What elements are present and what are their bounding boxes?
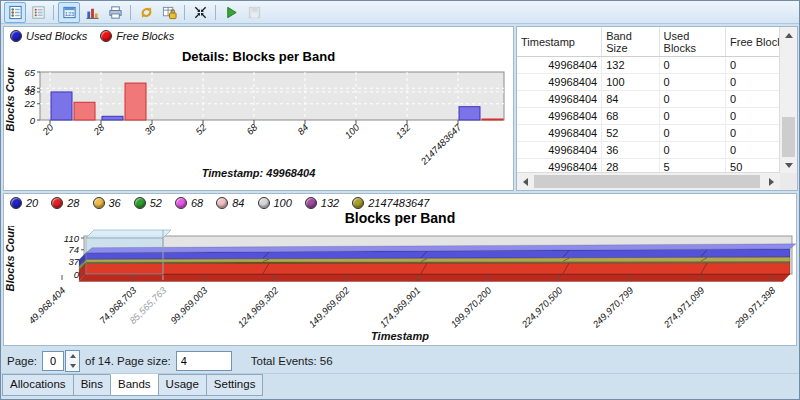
table-row[interactable]: 499684048400 <box>517 91 780 108</box>
run-icon[interactable] <box>220 2 242 23</box>
page-size-input[interactable] <box>176 351 232 371</box>
cell-value[interactable]: 84 <box>602 91 659 108</box>
table-row[interactable]: 4996840410000 <box>517 74 780 91</box>
cell-value[interactable]: 0 <box>726 108 780 125</box>
svg-text:84: 84 <box>295 122 310 137</box>
cell-timestamp[interactable]: 49968404 <box>517 91 602 108</box>
page-spinner[interactable] <box>65 350 80 372</box>
cell-timestamp[interactable]: 49968404 <box>517 159 602 174</box>
cell-value[interactable]: 0 <box>659 142 726 159</box>
cell-timestamp[interactable]: 49968404 <box>517 142 602 159</box>
scroll-up-icon[interactable] <box>780 27 797 43</box>
svg-text:2147483647: 2147483647 <box>418 121 464 167</box>
legend-dot-icon <box>10 30 22 42</box>
table-row[interactable]: 4996840428550 <box>517 159 780 174</box>
cell-value[interactable]: 0 <box>659 91 726 108</box>
column-header[interactable]: Used Blocks <box>659 27 726 57</box>
scroll-left-icon[interactable] <box>517 173 534 190</box>
cell-value[interactable]: 0 <box>726 74 780 91</box>
cell-value[interactable]: 28 <box>602 159 659 174</box>
legend-label: Free Blocks <box>116 30 174 42</box>
refresh-icon[interactable] <box>135 2 157 23</box>
cell-value[interactable]: 0 <box>659 74 726 91</box>
toolbar-separator <box>215 5 216 20</box>
cell-value[interactable]: 100 <box>602 74 659 91</box>
cell-value[interactable]: 0 <box>659 125 726 142</box>
cell-value[interactable]: 36 <box>602 142 659 159</box>
legend-item: 132 <box>305 197 339 209</box>
details-view-icon[interactable] <box>4 2 26 23</box>
cell-value[interactable]: 0 <box>726 142 780 159</box>
legend-label: 20 <box>26 197 38 209</box>
legend-item: 68 <box>175 197 203 209</box>
legend-dot-icon <box>352 197 364 209</box>
column-header[interactable]: Timestamp <box>517 27 602 57</box>
legend-label: 36 <box>109 197 121 209</box>
svg-text:299,971,398: 299,971,398 <box>732 284 778 330</box>
cell-timestamp[interactable]: 49968404 <box>517 108 602 125</box>
tab-bins[interactable]: Bins <box>73 374 111 396</box>
page-of-label: of 14. Page size: <box>85 355 171 367</box>
tab-usage[interactable]: Usage <box>158 374 207 396</box>
table-row[interactable]: 499684045200 <box>517 125 780 142</box>
legend-dot-icon <box>305 197 317 209</box>
bottom-tab-bar: AllocationsBinsBandsUsageSettings <box>1 373 799 399</box>
tab-allocations[interactable]: Allocations <box>2 374 74 396</box>
collapse-icon[interactable] <box>189 2 211 23</box>
events-table[interactable]: TimestampBand SizeUsed BlocksFree Blocks… <box>517 27 780 173</box>
legend-dot-icon <box>216 197 228 209</box>
svg-text:132: 132 <box>393 121 412 140</box>
cell-value[interactable]: 5 <box>659 159 726 174</box>
horizontal-scroll-thumb[interactable] <box>534 175 760 188</box>
table-row[interactable]: 4996840413200 <box>517 57 780 74</box>
svg-text:99,969,003: 99,969,003 <box>168 284 210 326</box>
pagination-bar: Page: of 14. Page size: Total Events: 56 <box>1 349 799 373</box>
cell-value[interactable]: 52 <box>602 125 659 142</box>
band-area-chart[interactable]: 1107437049,968,40474,968,70385,565,76399… <box>4 226 796 330</box>
svg-text:74: 74 <box>68 244 79 255</box>
cell-value[interactable]: 0 <box>726 91 780 108</box>
cell-value[interactable]: 0 <box>659 108 726 125</box>
legend-item: 2147483647 <box>352 197 429 209</box>
chart-view-icon[interactable]: 123 <box>58 2 80 23</box>
legend-label: 2147483647 <box>368 197 429 209</box>
table-row[interactable]: 499684046800 <box>517 108 780 125</box>
cell-timestamp[interactable]: 49968404 <box>517 125 602 142</box>
page-input[interactable] <box>42 351 64 371</box>
print-icon[interactable] <box>104 2 126 23</box>
spinner-down-icon[interactable] <box>66 361 79 371</box>
cell-timestamp[interactable]: 49968404 <box>517 74 602 91</box>
band-chart-legend: 2028365268841001322147483647 <box>10 197 429 209</box>
locked-table-icon[interactable] <box>158 2 180 23</box>
cell-value[interactable]: 0 <box>726 125 780 142</box>
cell-value[interactable]: 0 <box>659 57 726 74</box>
cell-value[interactable]: 50 <box>726 159 780 174</box>
scroll-down-icon[interactable] <box>780 157 797 173</box>
table-vertical-scrollbar[interactable] <box>779 27 797 173</box>
app-window: 123 Used BlocksFree Blocks Details: Bloc… <box>0 0 800 400</box>
table-horizontal-scrollbar[interactable] <box>517 172 780 190</box>
svg-text:110: 110 <box>64 233 80 244</box>
details-bar-chart: 6543382202028365268841001322147483647Blo… <box>4 67 513 167</box>
cell-value[interactable]: 68 <box>602 108 659 125</box>
tab-bands[interactable]: Bands <box>110 374 159 396</box>
table-row[interactable]: 499684043600 <box>517 142 780 159</box>
svg-text:Blocks Count: Blocks Count <box>4 67 16 131</box>
total-events-label: Total Events: 56 <box>251 355 333 367</box>
scroll-right-icon[interactable] <box>763 173 780 190</box>
svg-text:0: 0 <box>30 115 36 126</box>
tab-settings[interactable]: Settings <box>206 374 264 396</box>
svg-text:174,969,901: 174,969,901 <box>377 285 422 330</box>
legend-item: 36 <box>93 197 121 209</box>
vertical-scroll-thumb[interactable] <box>782 117 795 157</box>
cell-value[interactable]: 0 <box>726 57 780 74</box>
legend-item: 100 <box>258 197 292 209</box>
column-header[interactable]: Band Size <box>602 27 659 57</box>
bar-chart-icon[interactable] <box>81 2 103 23</box>
list-view-icon[interactable] <box>27 2 49 23</box>
spinner-up-icon[interactable] <box>66 351 79 361</box>
legend-item: Used Blocks <box>10 30 87 42</box>
cell-timestamp[interactable]: 49968404 <box>517 57 602 74</box>
cell-value[interactable]: 132 <box>602 57 659 74</box>
column-header[interactable]: Free Blocks <box>726 27 780 57</box>
